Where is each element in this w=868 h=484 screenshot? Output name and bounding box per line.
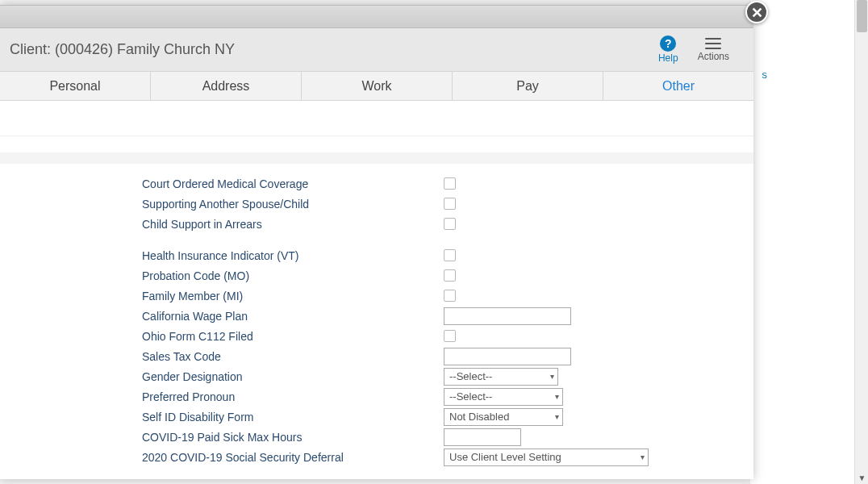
label-court-ordered: Court Ordered Medical Coverage <box>142 177 444 190</box>
chevron-down-icon: ▾ <box>555 412 559 421</box>
select-disability-value: Not Disabled <box>449 411 509 423</box>
page-scrollbar[interactable]: ▲ ▼ <box>854 0 868 484</box>
input-covid-sick[interactable] <box>444 428 521 446</box>
select-gender[interactable]: --Select-- ▾ <box>444 368 558 386</box>
close-icon[interactable]: ✕ <box>745 1 768 23</box>
checkbox-family-member[interactable] <box>444 290 456 302</box>
label-child-support: Child Support in Arrears <box>142 218 444 231</box>
label-probation: Probation Code (MO) <box>142 269 444 282</box>
label-gender: Gender Designation <box>142 370 444 383</box>
select-pronoun-value: --Select-- <box>449 390 492 403</box>
select-pronoun[interactable]: --Select-- ▾ <box>444 388 563 406</box>
tab-bar: Personal Address Work Pay Other <box>0 72 753 101</box>
modal-titlebar <box>0 6 753 28</box>
actions-highlight <box>687 24 739 76</box>
input-sales-tax[interactable] <box>444 348 571 365</box>
checkbox-health-ins[interactable] <box>444 249 456 261</box>
label-covid-deferral: 2020 COVID-19 Social Security Deferral <box>142 451 444 464</box>
help-icon: ? <box>660 35 676 52</box>
tab-pay[interactable]: Pay <box>453 72 603 100</box>
checkbox-supporting[interactable] <box>444 198 456 210</box>
label-pronoun: Preferred Pronoun <box>142 390 444 403</box>
label-family-member: Family Member (MI) <box>142 290 444 302</box>
chevron-down-icon: ▾ <box>641 453 645 461</box>
input-ca-wage[interactable] <box>444 307 571 325</box>
actions-label: Actions <box>698 51 729 62</box>
scroll-thumb[interactable] <box>857 0 867 32</box>
select-gender-value: --Select-- <box>449 370 492 382</box>
sub-bar <box>0 101 753 136</box>
select-disability[interactable]: Not Disabled ▾ <box>444 408 563 426</box>
modal-header: Client: (000426) Family Church NY ? Help… <box>0 28 753 72</box>
select-covid-deferral-value: Use Client Level Setting <box>449 451 561 463</box>
tab-address[interactable]: Address <box>151 72 302 100</box>
chevron-down-icon: ▾ <box>555 392 559 401</box>
checkbox-ohio-c112[interactable] <box>444 330 456 342</box>
scroll-down-arrow[interactable]: ▼ <box>858 474 866 482</box>
label-sales-tax: Sales Tax Code <box>142 350 444 363</box>
content-gap <box>0 152 753 164</box>
label-ca-wage: California Wage Plan <box>142 310 444 323</box>
label-covid-sick: COVID-19 Paid Sick Max Hours <box>142 431 444 444</box>
form-content: Court Ordered Medical Coverage Supportin… <box>0 136 753 479</box>
label-supporting: Supporting Another Spouse/Child <box>142 198 444 211</box>
hamburger-icon <box>705 38 721 49</box>
label-health-ins: Health Insurance Indicator (VT) <box>142 249 444 262</box>
employee-modal: ✕ Client: (000426) Family Church NY ? He… <box>0 5 753 479</box>
select-covid-deferral[interactable]: Use Client Level Setting ▾ <box>444 449 649 466</box>
help-button[interactable]: ? Help <box>658 35 678 64</box>
chevron-down-icon: ▾ <box>550 372 554 381</box>
checkbox-child-support[interactable] <box>444 218 456 230</box>
tab-work[interactable]: Work <box>302 72 453 100</box>
tab-other[interactable]: Other <box>603 72 753 100</box>
bg-partial-text: s <box>762 69 768 81</box>
tab-personal[interactable]: Personal <box>0 72 151 100</box>
label-ohio-c112: Ohio Form C112 Filed <box>142 330 444 343</box>
checkbox-court-ordered[interactable] <box>444 177 456 190</box>
checkbox-probation[interactable] <box>444 269 456 282</box>
label-disability: Self ID Disability Form <box>142 411 444 424</box>
help-label: Help <box>658 52 678 64</box>
client-title: Client: (000426) Family Church NY <box>10 41 235 58</box>
actions-button[interactable]: Actions <box>698 38 729 62</box>
